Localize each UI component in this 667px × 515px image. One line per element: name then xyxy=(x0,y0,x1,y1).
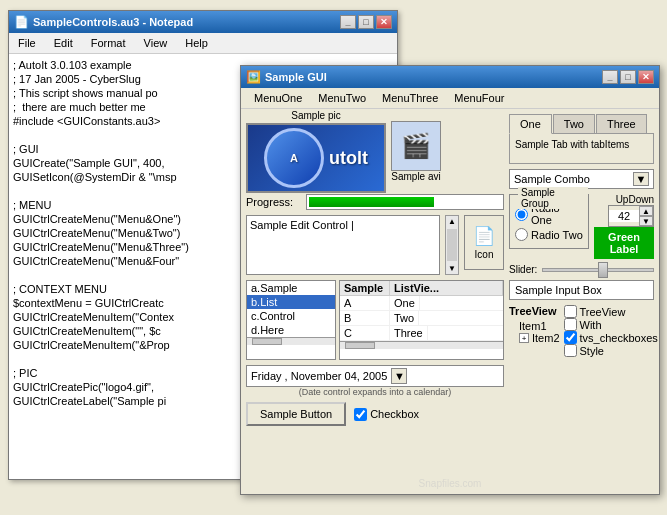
tree-cb-style-input[interactable] xyxy=(564,344,577,357)
list-item[interactable]: d.Here xyxy=(247,323,335,337)
gui-left-panel: Sample pic A utolt 🎬 Sample avi xyxy=(246,114,504,488)
group-label: Sample Group xyxy=(518,187,588,209)
treeview-header: TreeView xyxy=(509,305,560,317)
list-item[interactable]: a.Sample xyxy=(247,281,335,295)
listview-scrollbar[interactable] xyxy=(340,341,503,349)
tree-item-2-label: Item2 xyxy=(532,332,560,344)
progress-bar-outer xyxy=(306,194,504,210)
date-section: Friday , November 04, 2005 ▼ (Date contr… xyxy=(246,365,504,397)
list-item-selected[interactable]: b.List xyxy=(247,295,335,309)
edit-control[interactable]: Sample Edit Control | xyxy=(246,215,440,275)
icon-label: Icon xyxy=(475,249,494,260)
right-group-row: Sample Group Radio One Radio Two UpDown xyxy=(509,194,654,259)
tab-three[interactable]: Three xyxy=(596,114,647,133)
logo-letter: A xyxy=(290,152,298,164)
tree-item-1-label: Item1 xyxy=(519,320,547,332)
edit-scrollbar[interactable]: ▲ ▼ xyxy=(445,215,459,275)
tab-section: One Two Three Sample Tab with tabItems xyxy=(509,114,654,164)
gui-window-icon: 🖼️ xyxy=(246,70,261,84)
combo-dropdown-button[interactable]: ▼ xyxy=(633,172,649,186)
gui-titlebar: 🖼️ Sample GUI _ □ ✕ xyxy=(241,66,659,88)
tree-expand-button[interactable]: + xyxy=(519,333,529,343)
radio-one-input[interactable] xyxy=(515,208,528,221)
avi-icon: 🎬 xyxy=(401,132,431,160)
checkbox-input[interactable] xyxy=(354,408,367,421)
gui-menu-one[interactable]: MenuOne xyxy=(246,90,310,106)
updown-buttons: ▲ ▼ xyxy=(639,206,653,226)
list-item[interactable]: c.Control xyxy=(247,309,335,323)
tree-cb-tvs-input[interactable] xyxy=(564,331,577,344)
slider-row: Slider: xyxy=(509,264,654,275)
slider-track[interactable] xyxy=(542,268,654,272)
edit-text: Sample Edit Control xyxy=(250,219,348,231)
list-box[interactable]: a.Sample b.List c.Control d.Here xyxy=(246,280,336,360)
tree-cb-with: With xyxy=(564,318,658,331)
gui-maximize-button[interactable]: □ xyxy=(620,70,636,84)
updown-section: UpDown ▲ ▼ GreenLabel xyxy=(594,194,654,259)
gui-top-row: Sample pic A utolt 🎬 Sample avi xyxy=(246,114,504,189)
sample-avi-area: 🎬 Sample avi xyxy=(391,121,441,182)
checkbox-row: Checkbox xyxy=(354,408,419,421)
tree-cb-with-input[interactable] xyxy=(564,318,577,331)
radio-two-row: Radio Two xyxy=(515,228,583,241)
updown-control: ▲ ▼ xyxy=(608,205,654,227)
notepad-title: SampleControls.au3 - Notepad xyxy=(33,16,193,28)
lv-cell: B xyxy=(340,311,390,325)
gui-window: 🖼️ Sample GUI _ □ ✕ MenuOne MenuTwo Menu… xyxy=(240,65,660,495)
gui-title: Sample GUI xyxy=(265,71,327,83)
gui-menu-three[interactable]: MenuThree xyxy=(374,90,446,106)
logo-circle: A xyxy=(264,128,324,188)
notepad-menu-file[interactable]: File xyxy=(14,35,40,51)
notepad-menu-format[interactable]: Format xyxy=(87,35,130,51)
notepad-win-controls: _ □ ✕ xyxy=(340,15,392,29)
input-box[interactable]: Sample Input Box xyxy=(509,280,654,300)
gui-menu-two[interactable]: MenuTwo xyxy=(310,90,374,106)
date-picker[interactable]: Friday , November 04, 2005 ▼ xyxy=(246,365,504,387)
slider-thumb[interactable] xyxy=(598,262,608,278)
updown-input[interactable] xyxy=(609,210,639,222)
tree-item-1: Item1 xyxy=(509,320,560,332)
table-row: A One xyxy=(340,296,503,311)
combo-box[interactable]: Sample Combo ▼ xyxy=(509,169,654,189)
gui-minimize-button[interactable]: _ xyxy=(602,70,618,84)
list-scrollbar[interactable] xyxy=(247,337,335,345)
tree-right: TreeView With tvs_checkboxes Style xyxy=(564,305,658,357)
notepad-minimize-button[interactable]: _ xyxy=(340,15,356,29)
date-expand-note: (Date control expands into a calendar) xyxy=(246,387,504,397)
lv-col-listview: ListVie... xyxy=(390,281,503,295)
listview-box[interactable]: Sample ListVie... A One B Two C Three xyxy=(339,280,504,360)
sample-pic-label: Sample pic xyxy=(291,110,340,121)
tree-row: TreeView Item1 + Item2 TreeView xyxy=(509,305,654,357)
notepad-titlebar: 📄 SampleControls.au3 - Notepad _ □ ✕ xyxy=(9,11,397,33)
notepad-menu-help[interactable]: Help xyxy=(181,35,212,51)
notepad-menu-edit[interactable]: Edit xyxy=(50,35,77,51)
lv-cell: One xyxy=(390,296,420,310)
gui-win-controls: _ □ ✕ xyxy=(602,70,654,84)
notepad-menu-view[interactable]: View xyxy=(140,35,172,51)
lv-cell: C xyxy=(340,326,390,340)
tab-bar: One Two Three xyxy=(509,114,654,134)
autoit-logo: A utolt xyxy=(246,123,386,193)
notepad-maximize-button[interactable]: □ xyxy=(358,15,374,29)
gui-body: Sample pic A utolt 🎬 Sample avi xyxy=(241,109,659,493)
notepad-close-button[interactable]: ✕ xyxy=(376,15,392,29)
gui-close-button[interactable]: ✕ xyxy=(638,70,654,84)
progress-bar-inner xyxy=(309,197,434,207)
treeview-section: TreeView Item1 + Item2 TreeView xyxy=(509,305,654,357)
tree-cb-with-label: With xyxy=(580,319,602,331)
sample-button[interactable]: Sample Button xyxy=(246,402,346,426)
tree-cb-style-label: Style xyxy=(580,345,604,357)
date-dropdown-button[interactable]: ▼ xyxy=(391,368,407,384)
gui-menu-four[interactable]: MenuFour xyxy=(446,90,512,106)
gui-menubar: MenuOne MenuTwo MenuThree MenuFour xyxy=(241,88,659,109)
tab-two[interactable]: Two xyxy=(553,114,595,133)
notepad-icon: 📄 xyxy=(14,15,29,29)
table-row: C Three xyxy=(340,326,503,341)
tab-one[interactable]: One xyxy=(509,114,552,134)
radio-two-input[interactable] xyxy=(515,228,528,241)
document-icon: 📄 xyxy=(473,225,495,247)
updown-label: UpDown xyxy=(616,194,654,205)
updown-up-button[interactable]: ▲ xyxy=(639,206,653,216)
tree-cb-treeview-input[interactable] xyxy=(564,305,577,318)
updown-down-button[interactable]: ▼ xyxy=(639,216,653,226)
